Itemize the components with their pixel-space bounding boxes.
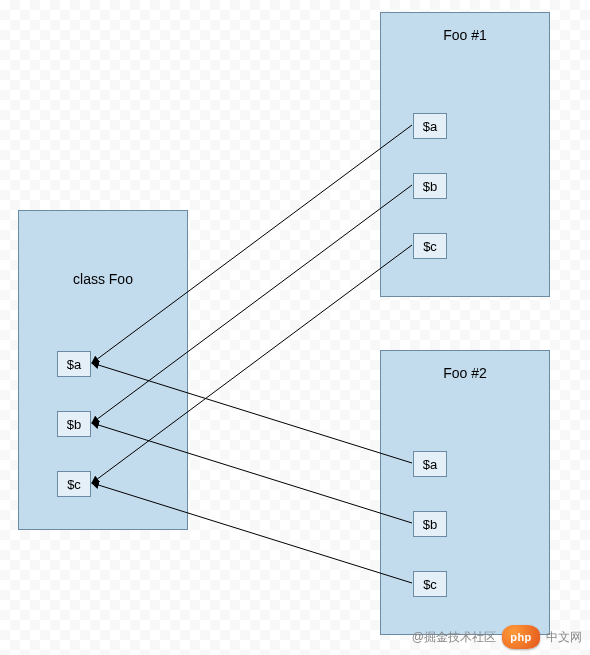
foo1-var-c: $c: [413, 233, 447, 259]
class-foo-var-a: $a: [57, 351, 91, 377]
class-foo-title: class Foo: [19, 211, 187, 287]
class-foo-var-b: $b: [57, 411, 91, 437]
foo1-var-a: $a: [413, 113, 447, 139]
foo1-var-b: $b: [413, 173, 447, 199]
foo-instance-1-title: Foo #1: [381, 13, 549, 43]
foo2-var-c: $c: [413, 571, 447, 597]
foo-instance-2-title: Foo #2: [381, 351, 549, 381]
class-foo-var-c: $c: [57, 471, 91, 497]
php-badge-icon: php: [502, 625, 540, 649]
watermark: @掘金技术社区 php 中文网: [412, 625, 582, 649]
watermark-community: @掘金技术社区: [412, 629, 496, 646]
class-foo-box: class Foo $a $b $c: [18, 210, 188, 530]
foo-instance-2-box: Foo #2 $a $b $c: [380, 350, 550, 635]
foo2-var-b: $b: [413, 511, 447, 537]
foo-instance-1-box: Foo #1 $a $b $c: [380, 12, 550, 297]
watermark-site: 中文网: [546, 629, 582, 646]
foo2-var-a: $a: [413, 451, 447, 477]
